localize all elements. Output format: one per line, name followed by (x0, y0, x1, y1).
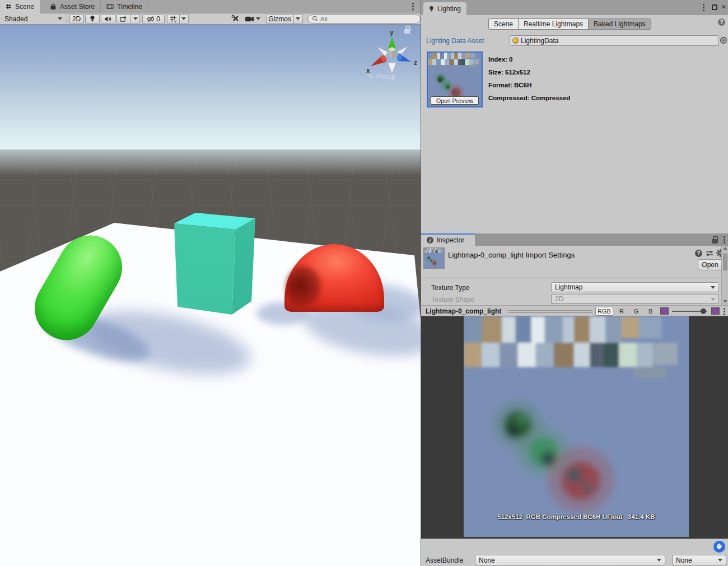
lighting-tab-realtime-label: Realtime Lightmaps (524, 20, 583, 28)
close-icon[interactable]: × (721, 2, 726, 11)
chevron-down-icon (718, 559, 722, 562)
hidden-objects-button[interactable]: 0 (142, 14, 165, 24)
axis-neg-z-cone[interactable] (377, 47, 388, 56)
search-value: All (320, 16, 328, 22)
mip-slider-thumb[interactable] (701, 308, 706, 314)
scene-toolbar: Shaded 2D 0 y (0, 13, 421, 25)
lightmap-thumbnail[interactable]: Open Preview (427, 52, 483, 107)
lighting-panel: Lighting × Scene Realtime Lightmaps Bake… (421, 0, 728, 233)
inspector-menu-icon[interactable] (724, 239, 725, 241)
persp-text: Persp (376, 72, 395, 81)
scene-effects-button[interactable] (116, 14, 132, 24)
lighting-tab-baked[interactable]: Baked Lightmaps (588, 18, 651, 30)
maximize-icon[interactable] (712, 4, 717, 10)
mip-small-icon[interactable] (711, 307, 720, 315)
gizmos-dropdown[interactable] (294, 14, 303, 24)
lightmap-index: Index: 0 (488, 56, 512, 63)
lighting-menu-icon[interactable] (703, 7, 704, 8)
open-button-label: Open (702, 261, 718, 269)
help-icon[interactable]: ? (695, 250, 702, 257)
lightmap-preview-image[interactable] (464, 316, 689, 537)
object-picker-icon[interactable] (720, 37, 727, 44)
asset-thumbnail (424, 248, 444, 268)
texture-shape-value: 2D (555, 295, 563, 303)
custom-tools-button[interactable] (231, 15, 240, 23)
hemisphere-shadow-crescent (286, 265, 321, 310)
scene-camera-button[interactable] (245, 16, 260, 22)
film-icon (106, 3, 114, 10)
texture-type-dropdown[interactable]: Lightmap (551, 282, 719, 292)
chevron-down-icon (296, 17, 300, 20)
bag-icon (50, 3, 57, 10)
asset-bundle-label: AssetBundle (426, 556, 463, 564)
lightbulb-icon (429, 6, 434, 12)
lighting-tab-scene[interactable]: Scene (488, 18, 518, 30)
toggle-2d-button[interactable]: 2D (69, 14, 84, 24)
preview-header-bar[interactable]: Lightmap-0_comp_light RGB R G B (421, 305, 728, 316)
tab-scene[interactable]: Scene (0, 0, 40, 13)
help-icon[interactable]: ? (718, 18, 725, 26)
lighting-data-asset-field[interactable]: LightingData (510, 35, 719, 46)
lighting-data-asset-label: Lighting Data Asset (426, 37, 484, 45)
persp-arrow-icon: < (368, 72, 373, 81)
lighting-tab[interactable]: Lighting (423, 2, 466, 15)
presets-icon[interactable] (706, 250, 713, 257)
channel-r-label: R (619, 308, 624, 315)
texture-type-label: Texture Type (431, 284, 469, 292)
scene-grid-button[interactable]: y (167, 14, 180, 24)
grid-snap-icon: y (170, 15, 177, 22)
asset-label-icon[interactable] (713, 541, 725, 553)
preview-menu-icon[interactable] (724, 311, 725, 312)
scroll-down-icon[interactable] (723, 300, 727, 303)
svg-text:y: y (175, 19, 177, 22)
asset-variant-dropdown[interactable]: None (672, 555, 726, 565)
lighting-title-bar: Lighting × (421, 0, 728, 15)
preview-drag-handle[interactable] (508, 310, 592, 313)
texture-shape-dropdown: 2D (551, 294, 719, 304)
channel-g-label: G (634, 308, 639, 315)
inspector-scrollbar[interactable] (721, 246, 728, 305)
inspector-tab-bar: i Inspector (421, 233, 728, 246)
lock-icon[interactable] (712, 239, 718, 244)
tab-timeline[interactable]: Timeline (101, 0, 148, 13)
toggle-2d-label: 2D (72, 15, 81, 23)
speaker-icon (104, 16, 111, 22)
chevron-down-icon (181, 17, 186, 20)
mip-icon[interactable] (660, 307, 669, 315)
shading-mode-label: Shaded (4, 15, 27, 23)
chevron-down-icon (256, 17, 260, 20)
shading-mode-dropdown[interactable]: Shaded (0, 13, 67, 25)
scene-lighting-button[interactable] (85, 14, 100, 24)
gizmos-label: Gizmos (268, 15, 291, 23)
grid-icon (6, 3, 12, 10)
channel-rgb-button[interactable]: RGB (595, 307, 613, 316)
chevron-down-icon (657, 559, 661, 562)
scroll-up-icon[interactable] (723, 247, 727, 250)
scene-grid-dropdown[interactable] (180, 14, 188, 24)
inspector-tab[interactable]: i Inspector (421, 233, 475, 246)
eye-off-icon (147, 16, 155, 22)
channel-g-button[interactable]: G (630, 307, 642, 316)
viewport-lock-icon[interactable] (404, 29, 410, 34)
chevron-down-icon (711, 286, 715, 289)
scene-viewport[interactable]: y x z < Persp (0, 25, 421, 566)
tab-asset-store[interactable]: Asset Store (44, 0, 101, 13)
lighting-tab-realtime[interactable]: Realtime Lightmaps (518, 18, 588, 30)
channel-r-button[interactable]: R (615, 307, 628, 316)
scene-search-input[interactable]: All (307, 15, 421, 24)
scrollbar-thumb[interactable] (723, 253, 727, 271)
asset-bundle-dropdown[interactable]: None (475, 555, 665, 565)
channel-b-button[interactable]: B (645, 307, 657, 316)
open-preview-button[interactable]: Open Preview (431, 96, 479, 105)
tab-scene-label: Scene (15, 3, 34, 11)
channel-rgb-label: RGB (598, 308, 611, 315)
scene-effects-dropdown[interactable] (131, 14, 139, 24)
asset-bundle-section: AssetBundle None None (421, 539, 728, 566)
preview-title: Lightmap-0_comp_light (426, 307, 501, 315)
scene-audio-button[interactable] (101, 14, 115, 24)
open-button[interactable]: Open (698, 259, 722, 270)
lighting-tab-label: Lighting (437, 5, 461, 13)
perspective-label[interactable]: < Persp (368, 72, 395, 81)
gizmos-button[interactable]: Gizmos (266, 14, 294, 24)
scene-tab-menu-icon[interactable] (412, 6, 414, 7)
